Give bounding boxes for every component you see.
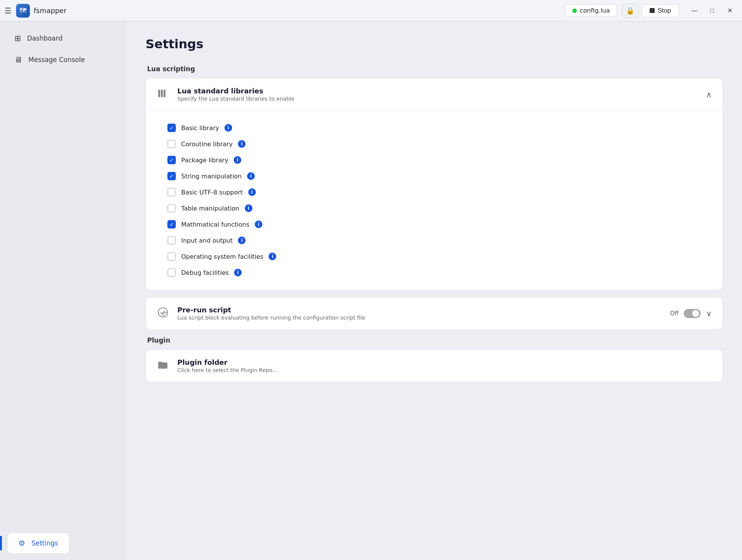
lua-libraries-header[interactable]: Lua standard libraries Specify the Lua s… [146, 78, 722, 110]
file-name: config.lua [580, 7, 610, 14]
maximize-button[interactable]: □ [704, 4, 720, 17]
toggle-off-label: Off [670, 310, 678, 317]
checkbox-debug-facilities[interactable] [167, 268, 176, 277]
lua-libraries-subtitle: Specify the Lua standard libraries to en… [177, 96, 699, 102]
info-icon-input-output[interactable]: i [238, 237, 246, 244]
checkbox-item-os-facilities: Operating system facilities i [167, 248, 701, 264]
pre-run-script-header[interactable]: Pre-run script Lua script block evaluati… [146, 297, 722, 329]
plugin-folder-card: Plugin folder Click here to select the P… [146, 349, 723, 382]
dashboard-icon: ⊞ [15, 34, 21, 43]
checkbox-basic-library[interactable] [167, 124, 176, 132]
sidebar-item-console[interactable]: 🖥 Message Console [4, 50, 95, 70]
page-title: Settings [146, 37, 723, 51]
checkbox-label-coroutine-library: Coroutine library [181, 140, 233, 148]
pre-run-script-card: Pre-run script Lua script block evaluati… [146, 297, 723, 330]
checkbox-item-debug-facilities: Debug facilities i [167, 264, 701, 281]
info-icon-debug-facilities[interactable]: i [234, 269, 242, 276]
stop-label: Stop [658, 7, 671, 15]
info-icon-utf8[interactable]: i [248, 188, 256, 196]
app-body: ⊞ Dashboard 🖥 Message Console ⚙ Settings… [0, 21, 742, 560]
plugin-folder-header-text: Plugin folder Click here to select the P… [177, 358, 712, 373]
checkbox-os-facilities[interactable] [167, 252, 176, 261]
app-name: fsmapper [34, 7, 67, 15]
plugin-folder-subtitle: Click here to select the Plugin Repo... [177, 367, 712, 373]
checkbox-label-debug-facilities: Debug facilities [181, 269, 229, 276]
info-icon-os-facilities[interactable]: i [269, 253, 276, 260]
checkbox-label-basic-library: Basic library [181, 124, 219, 132]
lua-libraries-chevron: ∧ [706, 90, 712, 99]
sidebar-item-dashboard[interactable]: ⊞ Dashboard [4, 28, 73, 48]
plugin-folder-icon [157, 359, 170, 373]
pre-run-script-header-text: Pre-run script Lua script block evaluati… [177, 306, 663, 321]
pre-run-script-icon [157, 306, 170, 321]
plugin-folder-title: Plugin folder [177, 358, 712, 366]
lock-button[interactable]: 🔒 [622, 3, 639, 18]
checkbox-item-table-manipulation: Table manipulation i [167, 200, 701, 216]
checkbox-item-string-manipulation: String manipulation i [167, 168, 701, 184]
pre-run-script-toggle[interactable] [684, 309, 701, 318]
checkbox-item-input-output: Input and output i [167, 232, 701, 248]
checkbox-label-input-output: Input and output [181, 237, 233, 244]
lua-standard-libraries-card: Lua standard libraries Specify the Lua s… [146, 78, 723, 290]
settings-icon: ⚙ [18, 539, 25, 548]
pre-run-script-title: Pre-run script [177, 306, 663, 314]
checkbox-label-os-facilities: Operating system facilities [181, 253, 263, 260]
svg-rect-2 [164, 90, 165, 97]
sidebar: ⊞ Dashboard 🖥 Message Console ⚙ Settings [0, 21, 126, 560]
checkbox-label-math-functions: Mathmatical functions [181, 221, 249, 228]
checkbox-item-math-functions: Mathmatical functions i [167, 216, 701, 232]
file-tab[interactable]: config.lua [565, 4, 617, 17]
sidebar-item-wrapper-dashboard: ⊞ Dashboard [0, 28, 126, 49]
info-icon-basic-library[interactable]: i [224, 124, 232, 132]
info-icon-string-manipulation[interactable]: i [247, 172, 255, 180]
lua-libraries-body: Basic library i Coroutine library i Pack… [146, 110, 722, 290]
sidebar-item-settings[interactable]: ⚙ Settings [8, 533, 69, 553]
pre-run-script-chevron: ∨ [706, 309, 712, 318]
lock-icon: 🔒 [626, 7, 634, 15]
checkbox-input-output[interactable] [167, 236, 176, 245]
app-icon: 🗺 [16, 4, 30, 18]
checkbox-label-utf8: Basic UTF-8 support [181, 189, 243, 196]
checkbox-coroutine-library[interactable] [167, 140, 176, 148]
sidebar-item-label-settings: Settings [31, 539, 58, 547]
info-icon-math-functions[interactable]: i [255, 220, 262, 228]
checkbox-label-string-manipulation: String manipulation [181, 173, 242, 180]
main-content: Settings Lua scripting Lua standard libr… [126, 21, 742, 560]
section-label-plugin: Plugin [147, 336, 723, 344]
sidebar-item-label-console: Message Console [28, 56, 85, 64]
menu-icon[interactable]: ☰ [5, 6, 11, 15]
checkbox-utf8[interactable] [167, 188, 176, 196]
sidebar-item-label-dashboard: Dashboard [27, 34, 62, 42]
active-indicator [0, 536, 2, 550]
checkbox-package-library[interactable] [167, 156, 176, 164]
lua-libraries-header-text: Lua standard libraries Specify the Lua s… [177, 87, 699, 102]
checkbox-math-functions[interactable] [167, 220, 176, 229]
info-icon-package-library[interactable]: i [234, 156, 241, 164]
checkbox-label-package-library: Package library [181, 157, 228, 164]
checkbox-item-coroutine-library: Coroutine library i [167, 136, 701, 152]
pre-run-script-controls: Off ∨ [670, 309, 712, 318]
checkbox-string-manipulation[interactable] [167, 172, 176, 180]
svg-rect-0 [158, 90, 160, 97]
svg-rect-1 [161, 90, 163, 97]
sidebar-bottom: ⚙ Settings [0, 532, 126, 554]
console-icon: 🖥 [15, 55, 22, 64]
stop-button[interactable]: Stop [642, 4, 679, 17]
toggle-thumb [692, 310, 699, 317]
section-label-lua: Lua scripting [147, 65, 723, 73]
plugin-folder-header[interactable]: Plugin folder Click here to select the P… [146, 350, 722, 382]
sidebar-item-wrapper-settings: ⚙ Settings [0, 532, 126, 554]
checkbox-label-table-manipulation: Table manipulation [181, 205, 239, 212]
info-icon-coroutine-library[interactable]: i [238, 140, 246, 148]
info-icon-table-manipulation[interactable]: i [245, 204, 252, 212]
app-icon-char: 🗺 [20, 7, 26, 15]
checkbox-table-manipulation[interactable] [167, 204, 176, 212]
stop-icon [650, 8, 655, 13]
lua-libraries-title: Lua standard libraries [177, 87, 699, 95]
pre-run-script-subtitle: Lua script block evaluating before runni… [177, 315, 663, 321]
minimize-button[interactable]: — [687, 4, 702, 17]
close-button[interactable]: ✕ [722, 4, 737, 17]
window-controls: — □ ✕ [687, 4, 737, 17]
checkbox-item-basic-library: Basic library i [167, 120, 701, 136]
lua-libraries-icon [157, 87, 170, 102]
